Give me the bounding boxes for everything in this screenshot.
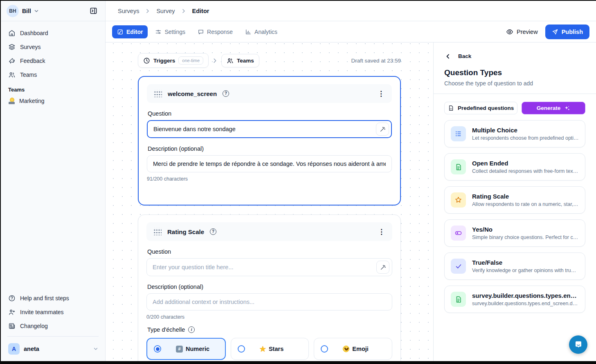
scale-type-label: Type d'échelle — [147, 326, 185, 333]
welcome-card-header[interactable]: welcome_screen ? ⋮ — [147, 84, 392, 103]
send-icon — [552, 29, 558, 35]
info-icon[interactable]: i — [188, 326, 195, 333]
tab-label: Settings — [164, 29, 185, 35]
breadcrumb-surveys[interactable]: Surveys — [118, 8, 139, 14]
breadcrumb-editor: Editor — [192, 8, 209, 14]
sidebar-item-help[interactable]: Help and first steps — [5, 291, 101, 305]
predefined-questions-button[interactable]: Predefined questions — [444, 102, 517, 114]
preview-button[interactable]: Preview — [506, 28, 538, 36]
chevron-right-icon — [181, 8, 187, 14]
question-type-open-ended[interactable]: Open Ended Collect detailed responses wi… — [444, 153, 585, 181]
sidebar: BH Bill Dashboard Surveys Feedback Teams… — [1, 1, 106, 361]
panel-title: Question Types — [444, 68, 585, 77]
users-icon — [8, 71, 16, 78]
tab-analytics[interactable]: Analytics — [240, 25, 282, 38]
megaphone-icon — [8, 57, 16, 65]
sidebar-item-surveys[interactable]: Surveys — [5, 40, 101, 54]
rating-scale-card[interactable]: Rating Scale ? ⋮ Question Description (o… — [138, 214, 401, 361]
team-name: Marketing — [19, 98, 44, 104]
star-icon — [451, 192, 466, 208]
main-area: Surveys Survey Editor Editor Settings Re… — [106, 1, 596, 361]
user-avatar[interactable]: BH — [7, 5, 19, 17]
question-type-title: survey.builder.questions.types.end_scr..… — [472, 292, 579, 299]
sidebar-footer: Help and first steps Invite teammates Ch… — [1, 289, 105, 361]
drag-handle-icon[interactable] — [153, 228, 162, 235]
sidebar-item-invite[interactable]: Invite teammates — [5, 305, 101, 319]
user-name[interactable]: Bill — [22, 8, 31, 14]
sidebar-item-teams[interactable]: Teams — [5, 68, 101, 82]
help-icon[interactable]: ? — [210, 228, 216, 235]
scale-option-stars[interactable]: ★Stars — [231, 338, 309, 360]
drag-handle-icon[interactable] — [153, 90, 162, 97]
publish-button[interactable]: Publish — [545, 25, 589, 39]
chevron-left-icon — [445, 54, 451, 59]
chevron-down-icon — [34, 9, 38, 13]
tab-label: Analytics — [254, 29, 277, 35]
sidebar-item-marketing[interactable]: Marketing — [1, 94, 105, 107]
rating-description-input[interactable] — [146, 293, 392, 310]
scale-type-options: #Numeric ★Stars Emoji — [146, 338, 392, 360]
org-avatar: A — [8, 343, 20, 355]
divider — [434, 94, 596, 94]
ai-rewrite-button[interactable] — [376, 261, 389, 274]
help-icon[interactable]: ? — [223, 90, 229, 97]
generate-button[interactable]: Generate — [522, 102, 585, 114]
question-type-yes-no[interactable]: Yes/No Simple binary choice questions. P… — [444, 219, 585, 247]
tab-editor[interactable]: Editor — [112, 25, 148, 38]
sidebar-header: BH Bill — [1, 1, 105, 21]
breadcrumb: Surveys Survey Editor — [106, 1, 596, 21]
rating-card-header[interactable]: Rating Scale ? ⋮ — [146, 222, 392, 241]
sidebar-item-label: Feedback — [20, 58, 45, 64]
question-type-description: Let respondents choose from predefined o… — [472, 135, 579, 141]
radio-unchecked-icon[interactable] — [321, 345, 328, 353]
question-type-title: Multiple Choice — [472, 127, 579, 134]
kebab-menu-icon[interactable]: ⋮ — [377, 89, 385, 98]
question-type-multiple-choice[interactable]: Multiple Choice Let respondents choose f… — [444, 120, 585, 147]
scale-option-numeric[interactable]: #Numeric — [146, 338, 226, 360]
survey-canvas: Triggers one-time Teams Draft saved at 2… — [106, 42, 433, 361]
sidebar-item-changelog[interactable]: Changelog — [5, 319, 101, 333]
description-label: Description (optional) — [148, 145, 391, 152]
triggers-chip[interactable]: Triggers one-time — [138, 53, 209, 68]
list-icon — [451, 126, 466, 141]
tab-settings[interactable]: Settings — [150, 25, 190, 38]
card-footer-space — [147, 182, 392, 196]
question-type-true-false[interactable]: True/False Verify knowledge or gather op… — [444, 252, 585, 280]
chat-smile-icon — [574, 340, 583, 350]
question-type-rating-scale[interactable]: Rating Scale Allow respondents to rate o… — [444, 186, 585, 214]
users-icon — [227, 57, 234, 64]
bar-chart-icon — [245, 29, 252, 35]
sidebar-item-dashboard[interactable]: Dashboard — [5, 26, 101, 40]
sparkles-icon — [564, 105, 570, 111]
file-code-icon — [448, 105, 454, 111]
back-button[interactable]: Back — [444, 51, 585, 59]
radio-checked-icon[interactable] — [154, 345, 161, 353]
welcome-question-input[interactable] — [147, 120, 392, 138]
teams-chip[interactable]: Teams — [221, 54, 259, 67]
rating-question-input[interactable] — [146, 258, 392, 276]
teams-chip-label: Teams — [237, 58, 254, 64]
clock-icon — [143, 57, 150, 64]
sidebar-item-feedback[interactable]: Feedback — [5, 54, 101, 68]
predefined-label: Predefined questions — [458, 105, 514, 111]
eye-icon — [506, 28, 513, 36]
ai-rewrite-button[interactable] — [376, 123, 389, 136]
chat-launcher-button[interactable] — [569, 335, 587, 354]
breadcrumb-survey[interactable]: Survey — [156, 8, 175, 14]
question-types-panel: Back Question Types Choose the type of q… — [433, 42, 596, 361]
sidebar-collapse-button[interactable] — [87, 5, 99, 17]
preview-label: Preview — [517, 29, 538, 35]
scale-option-emoji[interactable]: Emoji — [314, 338, 392, 360]
document-icon — [451, 292, 466, 307]
question-type-end-screen[interactable]: survey.builder.questions.types.end_scr..… — [444, 286, 585, 313]
welcome-description-input[interactable] — [147, 155, 392, 172]
kebab-menu-icon[interactable]: ⋮ — [377, 228, 386, 236]
radio-unchecked-icon[interactable] — [238, 345, 245, 353]
account-switcher[interactable]: A aneta — [5, 340, 101, 361]
tab-response[interactable]: Response — [193, 25, 238, 38]
sidebar-item-label: Teams — [20, 71, 37, 78]
question-type-description: Allow respondents to rate on a numeric, … — [472, 201, 579, 207]
description-label: Description (optional) — [147, 284, 391, 290]
welcome-screen-card[interactable]: welcome_screen ? ⋮ Question Description … — [138, 76, 401, 205]
rating-card-title: Rating Scale — [167, 228, 204, 235]
